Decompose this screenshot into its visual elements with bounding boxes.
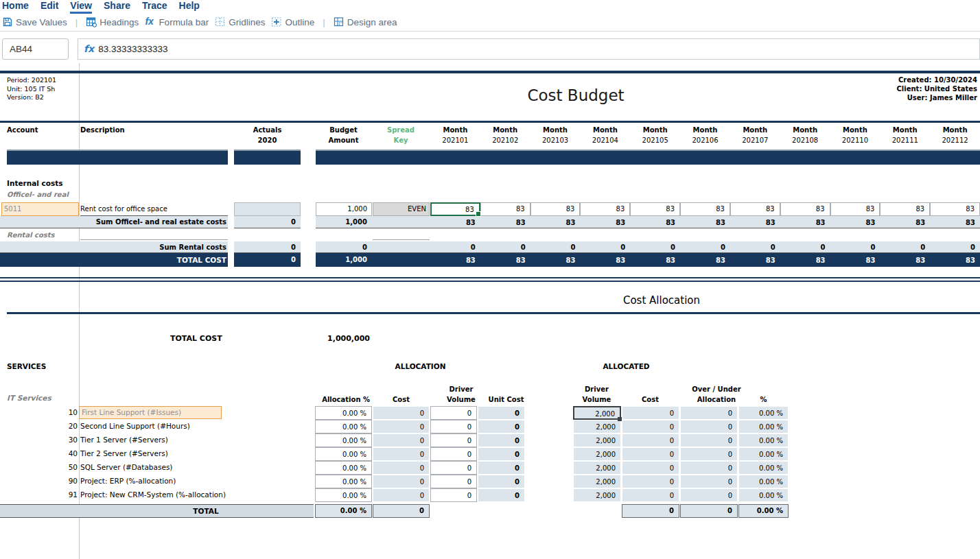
cell-driver2[interactable]: 2,000: [573, 447, 621, 461]
cell-cost[interactable]: 0: [373, 406, 430, 420]
total-month-cell[interactable]: 83: [430, 256, 480, 266]
cell-cost2[interactable]: 0: [622, 461, 679, 475]
cell-alloc-pct[interactable]: 0.00 %: [315, 488, 372, 502]
rent-month-cell[interactable]: 83: [780, 202, 830, 216]
sum-rental-month-cell[interactable]: 0: [630, 243, 680, 253]
cell-alloc-pct[interactable]: 0.00 %: [315, 475, 372, 488]
total-month-cell[interactable]: 83: [780, 256, 830, 266]
sum-rental-month-cell[interactable]: 0: [880, 243, 930, 253]
cell-alloc-pct[interactable]: 0.00 %: [315, 420, 372, 433]
sum-office-month-cell[interactable]: 83: [580, 218, 630, 228]
total-cost-budget[interactable]: 1,000: [316, 256, 372, 263]
cell-alloc-pct[interactable]: 0.00 %: [315, 447, 372, 461]
cell-over-under[interactable]: 0: [680, 475, 738, 488]
cell-cost2[interactable]: 0: [622, 447, 679, 461]
outline-button[interactable]: Outline: [271, 16, 314, 27]
total-month-cell[interactable]: 83: [930, 256, 980, 266]
menu-item-help[interactable]: Help: [179, 0, 200, 12]
cell-driver[interactable]: 0: [430, 488, 477, 502]
sum-office-month-cell[interactable]: 83: [630, 218, 680, 228]
cell-driver[interactable]: 0: [430, 447, 477, 461]
service-label[interactable]: Tier 1 Server (#Servers): [80, 436, 168, 444]
menu-item-trace[interactable]: Trace: [142, 0, 167, 12]
cell-over-under[interactable]: 0: [680, 433, 738, 447]
sum-office-month-cell[interactable]: 83: [730, 218, 780, 228]
formula-bar-button[interactable]: fx Formula bar: [145, 16, 209, 27]
rent-month-cell[interactable]: 83: [480, 202, 530, 216]
sum-rental-month-cell[interactable]: 0: [930, 243, 980, 253]
sum-rental-month-cell[interactable]: 0: [480, 243, 530, 253]
total-month-cell[interactable]: 83: [730, 256, 780, 266]
headings-button[interactable]: Headings: [86, 16, 139, 27]
sum-rental-month-cell[interactable]: 0: [680, 243, 730, 253]
total-month-cell[interactable]: 83: [580, 256, 630, 266]
cell-unit-cost[interactable]: 0: [478, 406, 525, 420]
cell-pct[interactable]: 0.00 %: [738, 433, 789, 447]
cell-pct[interactable]: 0.00 %: [738, 475, 789, 488]
gridlines-button[interactable]: Gridlines: [215, 16, 265, 27]
rent-month-cell[interactable]: 83: [430, 202, 480, 216]
rent-spread-key-cell[interactable]: EVEN: [373, 202, 430, 216]
cell-driver2[interactable]: 2,000: [573, 461, 621, 475]
total-cost-actuals[interactable]: 0: [234, 256, 301, 263]
rent-month-cell[interactable]: 83: [830, 202, 880, 216]
sum-rental-month-cell[interactable]: 0: [530, 243, 581, 253]
service-label[interactable]: First Line Support (#Issues): [82, 408, 181, 416]
cell-cost2[interactable]: 0: [622, 406, 679, 420]
service-label[interactable]: Project: New CRM-System (%-allocation): [80, 490, 226, 499]
sum-rental-actuals[interactable]: 0: [234, 243, 301, 251]
cell-over-under[interactable]: 0: [680, 488, 738, 502]
cell-cost2[interactable]: 0: [622, 420, 679, 433]
cell-pct[interactable]: 0.00 %: [738, 420, 789, 433]
cell-unit-cost[interactable]: 0: [478, 461, 525, 475]
sum-office-month-cell[interactable]: 83: [930, 218, 980, 228]
pane-divider[interactable]: [79, 63, 80, 559]
design-area-button[interactable]: Design area: [334, 16, 397, 27]
cell-over-under[interactable]: 0: [680, 461, 738, 475]
sum-rental-month-cell[interactable]: 0: [430, 243, 480, 253]
cell-over-under[interactable]: 0: [680, 406, 738, 420]
rent-month-cell[interactable]: 83: [730, 202, 780, 216]
total-month-cell[interactable]: 83: [830, 256, 880, 266]
cell-driver[interactable]: 0: [430, 475, 477, 488]
cell-driver2[interactable]: 2,000: [573, 420, 621, 433]
service-label[interactable]: Tier 2 Server (#Servers): [80, 449, 168, 457]
total-month-cell[interactable]: 83: [680, 256, 730, 266]
cell-cost[interactable]: 0: [373, 447, 430, 461]
total-month-cell[interactable]: 83: [480, 256, 530, 266]
cell-driver[interactable]: 0: [430, 406, 477, 420]
sum-office-budget[interactable]: 1,000: [316, 218, 372, 226]
cell-pct[interactable]: 0.00 %: [738, 488, 789, 502]
rent-month-cell[interactable]: 83: [630, 202, 680, 216]
service-label[interactable]: Second Line Support (#Hours): [80, 422, 190, 430]
formula-input[interactable]: [98, 44, 979, 54]
cell-cost2[interactable]: 0: [622, 433, 679, 447]
menu-item-home[interactable]: Home: [2, 0, 29, 12]
cell-driver2[interactable]: 2,000: [573, 433, 621, 447]
cell-unit-cost[interactable]: 0: [478, 433, 525, 447]
cell-unit-cost[interactable]: 0: [478, 447, 525, 461]
total-allocated-cost[interactable]: 0: [622, 504, 679, 518]
cell-unit-cost[interactable]: 0: [478, 420, 525, 433]
service-label[interactable]: SQL Server (#Databases): [80, 463, 172, 471]
sum-rental-month-cell[interactable]: 0: [730, 243, 780, 253]
sum-office-actuals[interactable]: 0: [234, 218, 301, 226]
total-pct[interactable]: 0.00 %: [738, 504, 789, 518]
rent-month-cell[interactable]: 83: [530, 202, 581, 216]
cell-pct[interactable]: 0.00 %: [738, 406, 789, 420]
cell-alloc-pct[interactable]: 0.00 %: [315, 406, 372, 420]
cell-cost[interactable]: 0: [373, 433, 430, 447]
rent-budget-cell[interactable]: 1,000: [316, 202, 372, 216]
cell-over-under[interactable]: 0: [680, 420, 738, 433]
menu-item-edit[interactable]: Edit: [40, 0, 58, 12]
sum-rental-month-cell[interactable]: 0: [580, 243, 630, 253]
sum-rental-month-cell[interactable]: 0: [830, 243, 880, 253]
cell-cost[interactable]: 0: [373, 461, 430, 475]
cell-alloc-pct[interactable]: 0.00 %: [315, 461, 372, 475]
rent-month-cell[interactable]: 83: [680, 202, 730, 216]
cell-driver[interactable]: 0: [430, 420, 477, 433]
total-allocation-pct[interactable]: 0.00 %: [315, 504, 372, 518]
total-allocation-cost[interactable]: 0: [373, 504, 430, 518]
sum-office-month-cell[interactable]: 83: [880, 218, 930, 228]
menu-item-share[interactable]: Share: [104, 0, 130, 12]
